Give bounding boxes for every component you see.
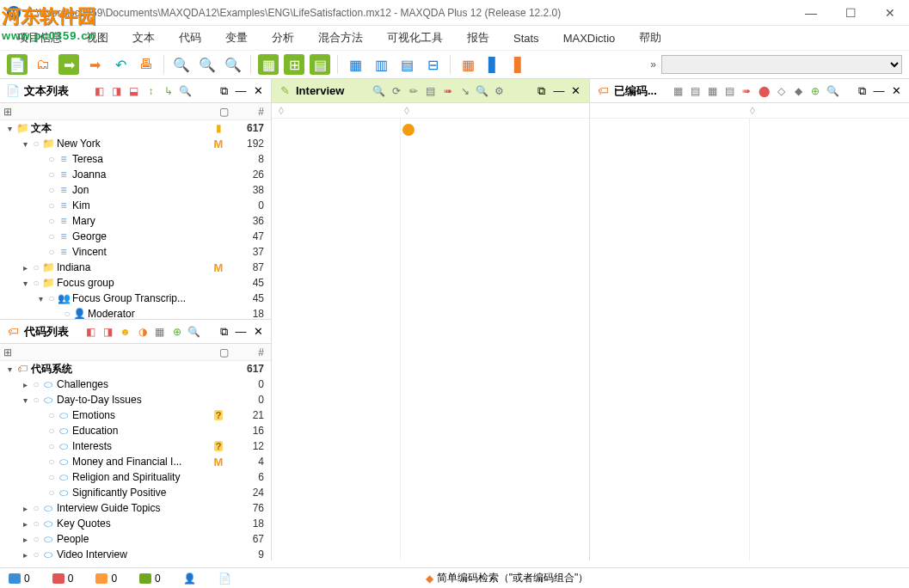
activate-dot[interactable]: ○ [46, 199, 57, 211]
activate-dot[interactable]: ○ [46, 487, 57, 499]
activate-dot[interactable]: ○ [46, 246, 57, 258]
zoom2-icon[interactable]: 🔍 [825, 83, 840, 99]
export-retr-icon[interactable]: ➠ [739, 83, 754, 99]
add-icon[interactable]: ⊕ [808, 83, 823, 99]
menu-project[interactable]: 项目信息 [7, 27, 72, 49]
activate-dot[interactable]: ○ [31, 378, 41, 390]
panel-close-icon[interactable]: ✕ [250, 83, 266, 99]
memo-icon[interactable]: ? [207, 440, 230, 452]
activate-dot[interactable]: ○ [31, 138, 41, 150]
tree-row[interactable]: ○≡Jon38 [0, 182, 271, 198]
memo-icon[interactable]: M [207, 456, 230, 469]
activate-dot[interactable]: ○ [31, 277, 41, 289]
activate-dot[interactable]: ○ [31, 518, 41, 530]
menu-vars[interactable]: 变量 [215, 27, 258, 49]
activate-dot[interactable]: ○ [62, 308, 72, 319]
tree-row[interactable]: ▾○👥Focus Group Transcrip...45 [0, 291, 271, 306]
expand-icon[interactable]: ▾ [34, 294, 46, 303]
search-codes-icon[interactable]: 🔍 [187, 324, 202, 340]
refresh-icon[interactable]: ⟳ [389, 83, 404, 99]
document-tree[interactable]: ▾ 📁 文本 ▮ 617 ▾○📁New YorkM192○≡Teresa8○≡J… [0, 120, 271, 319]
expand-icon[interactable]: ▸ [19, 550, 31, 560]
expand-icon[interactable]: ▾ [19, 279, 31, 288]
panel-close-icon[interactable]: ✕ [568, 83, 584, 99]
menu-analysis[interactable]: 分析 [261, 27, 304, 49]
activate-dot[interactable]: ○ [46, 409, 57, 421]
excel-icon[interactable]: ▦ [704, 83, 720, 99]
activate-dot[interactable]: ○ [46, 215, 57, 227]
layout3-icon[interactable]: ▋ [509, 54, 530, 75]
codeline-icon[interactable]: ▤ [396, 54, 417, 75]
search2-icon[interactable]: 🔍 [197, 54, 218, 75]
search-icon[interactable]: 🔍 [171, 54, 192, 75]
emoticon-icon[interactable]: ☻ [118, 324, 133, 340]
deactivate-codes-icon[interactable]: ◨ [101, 324, 116, 340]
import-icon[interactable]: ➡ [58, 54, 79, 75]
edit-mode-icon[interactable]: ✏ [406, 83, 421, 99]
tree-row[interactable]: ▸○📁IndianaM87 [0, 260, 271, 275]
text-area[interactable] [418, 119, 589, 560]
tree-row[interactable]: ▸○⬭Video Interview9 [0, 547, 271, 560]
activate-dot[interactable]: ○ [31, 394, 41, 406]
panel-dock-icon[interactable]: ⧉ [854, 83, 869, 99]
portrait-icon[interactable]: ▥ [371, 54, 391, 75]
export-icon[interactable]: ➡ [84, 54, 105, 75]
memo-icon[interactable]: M [207, 261, 230, 274]
tree-row[interactable]: ▸○⬭Key Quotes18 [0, 516, 271, 531]
print-icon[interactable]: 🖶 [136, 54, 157, 75]
activate-dot[interactable]: ○ [46, 471, 57, 483]
zoom-icon[interactable]: 🔍 [475, 83, 490, 99]
memo-icon[interactable]: M [207, 138, 230, 150]
panel-dock-icon[interactable]: ⧉ [534, 83, 550, 99]
tree-row[interactable]: ○≡Mary36 [0, 213, 271, 229]
tree-row[interactable]: ▾○⬭Day-to-Day Issues0 [0, 392, 271, 407]
matrix-icon[interactable]: ▦ [258, 54, 279, 75]
expand-icon[interactable]: ▸ [19, 504, 31, 513]
search-browser-icon[interactable]: 🔍 [372, 83, 387, 99]
activate-dot[interactable]: ○ [46, 153, 57, 165]
menu-stats[interactable]: Stats [503, 28, 550, 48]
undo-icon[interactable]: ↶ [110, 54, 131, 75]
panel-close-icon[interactable]: ✕ [888, 83, 904, 99]
activate-dot[interactable]: ○ [46, 456, 57, 468]
activate-docs-icon[interactable]: ◧ [92, 83, 107, 99]
tree-icon[interactable]: ◆ [790, 83, 806, 99]
menu-view[interactable]: 视图 [76, 27, 119, 49]
tree-row[interactable]: ○👤Moderator18 [0, 306, 271, 319]
new-doc-icon[interactable]: 📄 [7, 54, 28, 75]
tree-row[interactable]: ○⬭Emotions?21 [0, 407, 271, 423]
new-folder-icon[interactable]: 🗂 [33, 54, 53, 75]
tree-row[interactable]: ○⬭Religion and Spirituality6 [0, 469, 271, 485]
doc-root[interactable]: ▾ 📁 文本 ▮ 617 [0, 120, 271, 136]
activate-dot[interactable]: ○ [46, 184, 57, 196]
layout2-icon[interactable]: ▋ [483, 54, 504, 75]
menu-visual[interactable]: 可视化工具 [377, 27, 453, 49]
tree-row[interactable]: ▾○📁Focus group45 [0, 275, 271, 291]
panel-close-icon[interactable]: ✕ [250, 324, 266, 340]
tree-row[interactable]: ○≡George47 [0, 229, 271, 244]
toggle-doc-icon[interactable]: ⬓ [126, 83, 142, 99]
expand-icon[interactable]: ▾ [19, 139, 31, 149]
word-icon[interactable]: ▤ [722, 83, 737, 99]
expand-icon[interactable]: ▾ [19, 395, 31, 405]
tree-row[interactable]: ○⬭Education16 [0, 423, 271, 438]
tree-row[interactable]: ○≡Teresa8 [0, 151, 271, 167]
settings-icon[interactable]: ⚙ [492, 83, 507, 99]
tree-row[interactable]: ▸○⬭Interview Guide Topics76 [0, 500, 271, 516]
activate-dot[interactable]: ○ [31, 502, 41, 514]
goto-seg-icon[interactable]: ↘ [458, 83, 473, 99]
tree-row[interactable]: ○⬭Money and Financial I...M4 [0, 454, 271, 469]
map-icon[interactable]: ⊟ [422, 54, 443, 75]
deactivate-docs-icon[interactable]: ◨ [109, 83, 125, 99]
sort-icon[interactable]: ↕ [144, 83, 159, 99]
activate-dot[interactable]: ○ [31, 261, 41, 273]
activate-dot[interactable]: ○ [46, 230, 57, 242]
toolbar-more-icon[interactable]: » [650, 58, 656, 70]
tree-row[interactable]: ○⬭Interests?12 [0, 438, 271, 454]
expand-icon[interactable]: ▸ [19, 263, 31, 273]
code-tree[interactable]: ▾ 🏷 代码系统 617 ▸○⬭Challenges0▾○⬭Day-to-Day… [0, 361, 271, 560]
segment-icon[interactable]: ⬤ [756, 83, 771, 99]
activate-dot[interactable]: ○ [46, 168, 57, 181]
chevron-down-icon[interactable]: ▾ [3, 364, 15, 374]
tree-row[interactable]: ▸○⬭Challenges0 [0, 377, 271, 392]
